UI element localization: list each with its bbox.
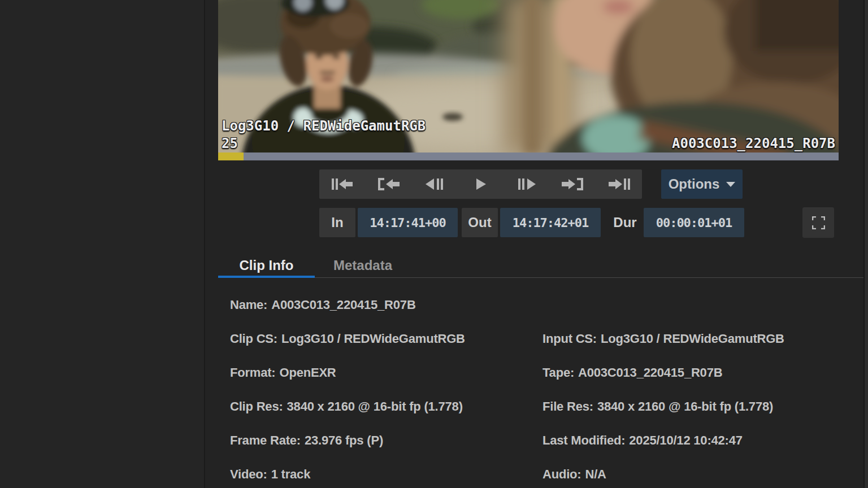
video-viewer[interactable]: Log3G10 / REDWideGamutRGB 25 A003C013_22… bbox=[218, 0, 839, 152]
clip-info-file-res-row: File Res:3840 x 2160 @ 16-bit fp (1.778) bbox=[542, 398, 773, 415]
tab-clip-info[interactable]: Clip Info bbox=[218, 253, 315, 278]
clip-info-input-cs-row: Input CS:Log3G10 / REDWideGamutRGB bbox=[542, 330, 784, 347]
step-forward-button[interactable] bbox=[504, 169, 550, 199]
go-to-in-button[interactable] bbox=[366, 169, 412, 199]
browser-panel bbox=[0, 0, 205, 488]
fullscreen-button[interactable] bbox=[802, 207, 834, 238]
options-button-label: Options bbox=[669, 176, 720, 192]
clip-info-name-row: Name:A003C013_220415_R07B bbox=[230, 297, 416, 313]
clip-info-tape-row: Tape:A003C013_220415_R07B bbox=[542, 364, 722, 381]
out-timecode-field[interactable]: 14:17:42+01 bbox=[500, 208, 601, 237]
clip-info-audio-row: Audio:N/A bbox=[542, 466, 606, 483]
clip-info-video-row: Video:1 track bbox=[230, 466, 310, 483]
viewer-overlay-colorspace: Log3G10 / REDWideGamutRGB 25 bbox=[222, 117, 426, 152]
skip-forward-icon bbox=[607, 177, 630, 191]
jump-to-out-icon bbox=[562, 177, 584, 191]
clip-info-frame-rate-row: Frame Rate:23.976 fps (P) bbox=[230, 432, 383, 449]
frame-forward-icon bbox=[517, 177, 537, 191]
set-in-button[interactable]: In bbox=[319, 208, 355, 237]
tab-divider-line bbox=[218, 277, 863, 278]
viewer-overlay-frame-number: 25 bbox=[222, 136, 238, 151]
transport-bar bbox=[319, 169, 642, 199]
clip-info-last-modified-row: Last Modified:2025/10/12 10:42:47 bbox=[542, 432, 743, 449]
in-timecode-field[interactable]: 14:17:41+00 bbox=[358, 208, 458, 237]
chevron-down-icon bbox=[726, 182, 735, 187]
timeline-scrubber[interactable] bbox=[218, 152, 839, 160]
player-panel: Log3G10 / REDWideGamutRGB 25 A003C013_22… bbox=[206, 0, 863, 488]
go-to-out-button[interactable] bbox=[550, 169, 596, 199]
active-tab-underline bbox=[218, 276, 315, 278]
go-to-end-button[interactable] bbox=[596, 169, 642, 199]
duration-label: Dur bbox=[609, 208, 641, 237]
jump-to-in-icon bbox=[377, 177, 400, 191]
skip-backward-icon bbox=[331, 177, 354, 191]
step-back-button[interactable] bbox=[411, 169, 458, 199]
play-button[interactable] bbox=[458, 169, 504, 199]
timecode-row: In 14:17:41+00 Out 14:17:42+01 Dur 00:00… bbox=[206, 208, 863, 237]
viewer-overlay-clip-name: A003C013_220415_R07B bbox=[672, 135, 835, 152]
set-out-button[interactable]: Out bbox=[462, 208, 498, 237]
clip-info-clip-res-row: Clip Res:3840 x 2160 @ 16-bit fp (1.778) bbox=[230, 398, 463, 415]
frame-back-icon bbox=[424, 177, 445, 191]
right-panel-edge bbox=[863, 0, 868, 488]
tab-metadata[interactable]: Metadata bbox=[315, 253, 411, 278]
info-tabs: Clip Info Metadata bbox=[206, 253, 863, 278]
duration-timecode-field[interactable]: 00:00:01+01 bbox=[644, 208, 744, 237]
clip-info-clip-cs-row: Clip CS:Log3G10 / REDWideGamutRGB bbox=[230, 330, 465, 347]
clip-info-format-row: Format:OpenEXR bbox=[230, 364, 336, 381]
timeline-played-segment bbox=[218, 152, 244, 160]
go-to-start-button[interactable] bbox=[319, 169, 366, 199]
play-icon bbox=[474, 177, 488, 191]
fullscreen-icon bbox=[812, 216, 825, 229]
options-button[interactable]: Options bbox=[661, 169, 743, 199]
